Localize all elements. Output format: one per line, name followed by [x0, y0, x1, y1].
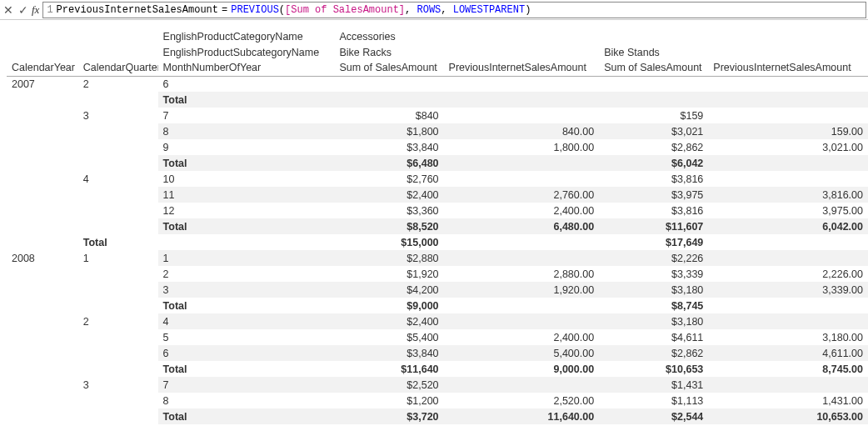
cell-prev2[interactable] [708, 377, 868, 393]
cell-month[interactable]: 8 [158, 123, 335, 139]
cell-prev2[interactable] [708, 250, 868, 266]
cell-sum1[interactable]: $3,840 [334, 139, 443, 155]
cell-year[interactable] [7, 282, 78, 298]
cell-sum1[interactable] [334, 92, 443, 108]
cell-quarter[interactable]: 4 [78, 171, 158, 187]
cell-month[interactable]: 6 [158, 345, 335, 361]
table-row[interactable]: Total$8,5206,480.00$11,6076,042.00 [7, 218, 868, 234]
cell-prev1[interactable]: 5,400.00 [444, 345, 600, 361]
cell-quarter[interactable]: 2 [78, 313, 158, 329]
cell-sum1[interactable]: $2,520 [334, 377, 443, 393]
cell-sum1[interactable]: $3,720 [334, 408, 443, 424]
table-row[interactable]: 9$3,8401,800.00$2,8623,021.00 [7, 139, 868, 155]
cell-quarter[interactable] [78, 393, 158, 408]
cell-quarter[interactable] [78, 266, 158, 282]
cell-prev1[interactable]: 6,480.00 [444, 218, 600, 234]
cell-sum2[interactable]: $2,544 [599, 408, 708, 424]
cell-prev1[interactable]: 840.00 [444, 123, 600, 139]
cell-prev1[interactable] [444, 250, 600, 266]
cell-prev2[interactable] [708, 298, 868, 313]
table-row[interactable]: 37$2,520$1,431 [7, 377, 868, 393]
cell-year[interactable] [7, 155, 78, 171]
cell-year[interactable] [7, 187, 78, 203]
cell-year[interactable] [7, 345, 78, 361]
cell-sum2[interactable]: $11,607 [599, 218, 708, 234]
cell-prev1[interactable]: 2,760.00 [444, 187, 600, 203]
cell-sum1[interactable]: $5,400 [334, 329, 443, 345]
cell-month[interactable]: 12 [158, 203, 335, 218]
table-row[interactable]: 410$2,760$3,816 [7, 171, 868, 187]
pivot-table[interactable]: EnglishProductCategoryName Accessories E… [7, 28, 868, 424]
table-row[interactable]: 6$3,8405,400.00$2,8624,611.00 [7, 345, 868, 361]
cell-prev1[interactable] [444, 108, 600, 123]
cell-sum1[interactable]: $3,360 [334, 203, 443, 218]
cell-prev2[interactable]: 10,653.00 [708, 408, 868, 424]
table-row[interactable]: 24$2,400$3,180 [7, 313, 868, 329]
table-row[interactable]: 37$840$159 [7, 108, 868, 123]
cell-year[interactable] [7, 393, 78, 408]
table-row[interactable]: Total$3,72011,640.00$2,54410,653.00 [7, 408, 868, 424]
cell-prev1[interactable] [444, 377, 600, 393]
cell-year[interactable] [7, 139, 78, 155]
cell-month[interactable]: Total [158, 218, 335, 234]
cell-month[interactable]: Total [158, 155, 335, 171]
cell-prev2[interactable] [708, 108, 868, 123]
cell-prev1[interactable] [444, 92, 600, 108]
cell-sum2[interactable]: $2,862 [599, 345, 708, 361]
cell-prev1[interactable] [444, 234, 600, 250]
fx-icon[interactable]: fx [32, 3, 39, 17]
cell-sum2[interactable]: $17,649 [599, 234, 708, 250]
cell-month[interactable]: 11 [158, 187, 335, 203]
table-row[interactable]: 8$1,800840.00$3,021159.00 [7, 123, 868, 139]
cell-prev2[interactable] [708, 155, 868, 171]
cell-quarter[interactable] [78, 155, 158, 171]
cell-year[interactable] [7, 361, 78, 377]
cell-sum2[interactable]: $2,862 [599, 139, 708, 155]
cell-sum2[interactable]: $3,975 [599, 187, 708, 203]
cell-prev2[interactable]: 2,226.00 [708, 266, 868, 282]
cell-sum2[interactable]: $2,226 [599, 250, 708, 266]
cell-prev2[interactable]: 3,339.00 [708, 282, 868, 298]
cell-month[interactable]: 10 [158, 171, 335, 187]
header-prev2[interactable]: PreviousInternetSalesAmount [708, 60, 868, 76]
cell-month[interactable]: Total [158, 408, 335, 424]
table-row[interactable]: 5$5,4002,400.00$4,6113,180.00 [7, 329, 868, 345]
cell-prev1[interactable]: 9,000.00 [444, 361, 600, 377]
cell-sum2[interactable]: $1,431 [599, 377, 708, 393]
cell-year[interactable]: 2008 [7, 250, 78, 266]
table-row[interactable]: 11$2,4002,760.00$3,9753,816.00 [7, 187, 868, 203]
cell-prev1[interactable]: 2,400.00 [444, 329, 600, 345]
cell-prev2[interactable] [708, 171, 868, 187]
cell-year[interactable] [7, 298, 78, 313]
cell-month[interactable]: Total [158, 92, 335, 108]
cell-sum1[interactable]: $2,400 [334, 187, 443, 203]
cell-sum1[interactable]: $6,480 [334, 155, 443, 171]
formula-input[interactable]: 1 PreviousInternetSalesAmount = PREVIOUS… [42, 2, 866, 18]
cell-prev2[interactable]: 3,021.00 [708, 139, 868, 155]
cell-sum2[interactable]: $4,611 [599, 329, 708, 345]
cell-prev1[interactable]: 1,800.00 [444, 139, 600, 155]
cell-quarter[interactable] [78, 218, 158, 234]
cell-sum2[interactable]: $3,180 [599, 282, 708, 298]
table-row[interactable]: 2$1,9202,880.00$3,3392,226.00 [7, 266, 868, 282]
cell-year[interactable] [7, 313, 78, 329]
table-row[interactable]: Total$15,000$17,649 [7, 234, 868, 250]
cell-sum1[interactable]: $2,760 [334, 171, 443, 187]
table-row[interactable]: 8$1,2002,520.00$1,1131,431.00 [7, 393, 868, 408]
cell-prev1[interactable]: 2,520.00 [444, 393, 600, 408]
cell-prev2[interactable]: 6,042.00 [708, 218, 868, 234]
header-sum1[interactable]: Sum of SalesAmount [334, 60, 443, 76]
cancel-icon[interactable]: ✕ [2, 3, 15, 17]
cell-quarter[interactable]: 2 [78, 76, 158, 92]
cell-quarter[interactable]: Total [78, 234, 158, 250]
cell-prev2[interactable]: 3,180.00 [708, 329, 868, 345]
cell-month[interactable] [158, 234, 335, 250]
cell-prev2[interactable]: 4,611.00 [708, 345, 868, 361]
cell-month[interactable]: 7 [158, 377, 335, 393]
cell-sum1[interactable]: $11,640 [334, 361, 443, 377]
cell-sum1[interactable]: $4,200 [334, 282, 443, 298]
cell-year[interactable] [7, 408, 78, 424]
cell-sum1[interactable]: $840 [334, 108, 443, 123]
cell-prev2[interactable]: 159.00 [708, 123, 868, 139]
header-prev1[interactable]: PreviousInternetSalesAmount [444, 60, 600, 76]
